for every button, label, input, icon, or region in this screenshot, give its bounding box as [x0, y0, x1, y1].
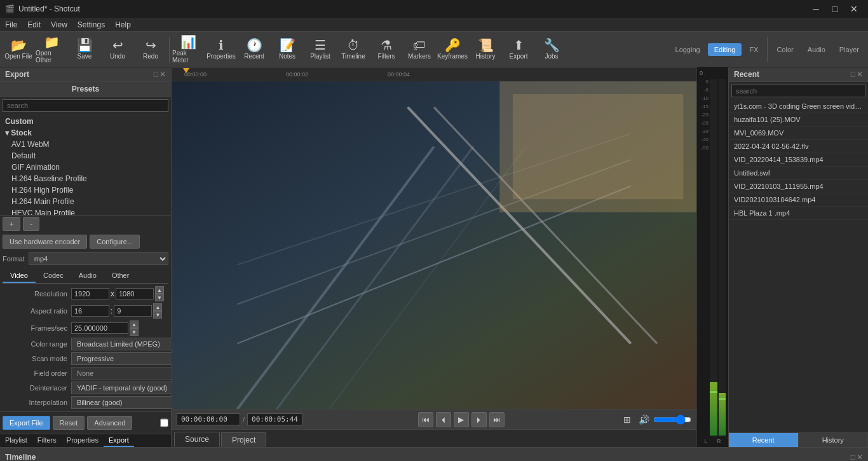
- tab-properties[interactable]: Properties: [62, 434, 104, 447]
- tab-filters[interactable]: Filters: [32, 434, 62, 447]
- history-tab[interactable]: History: [799, 433, 869, 447]
- redo-button[interactable]: ↪ Redo: [135, 34, 166, 65]
- resolution-down[interactable]: ▼: [155, 294, 164, 301]
- fps-value-input[interactable]: [71, 322, 128, 334]
- menu-file[interactable]: File: [0, 19, 22, 31]
- timeline-expand-button[interactable]: □: [851, 453, 855, 462]
- grid-button[interactable]: ⊞: [620, 413, 634, 427]
- jobs-button[interactable]: 🔧 Jobs: [536, 34, 567, 65]
- reset-button[interactable]: Reset: [53, 416, 85, 430]
- maximize-button[interactable]: □: [826, 2, 844, 16]
- tab-audio[interactable]: Audio: [71, 269, 104, 283]
- tree-item-h264high[interactable]: H.264 High Profile: [1, 184, 170, 196]
- color-mode-button[interactable]: Color: [770, 43, 799, 56]
- recent-button[interactable]: 🕐 Recent: [238, 34, 270, 65]
- export-expand-button[interactable]: □: [154, 70, 158, 79]
- skip-to-start-button[interactable]: ⏮: [418, 412, 433, 427]
- add-preset-button[interactable]: +: [3, 217, 20, 231]
- filters-button[interactable]: ⚗ Filters: [370, 34, 402, 65]
- open-other-button[interactable]: 📁 Open Other: [36, 34, 67, 65]
- use-hw-encoder-button[interactable]: Use hardware encoder: [3, 235, 87, 249]
- tree-item-custom[interactable]: Custom: [1, 116, 170, 127]
- export-button[interactable]: ⬆ Export: [503, 34, 534, 65]
- remove-preset-button[interactable]: -: [23, 217, 39, 231]
- resolution-width-input[interactable]: [71, 288, 109, 299]
- markers-button[interactable]: 🏷 Markers: [403, 34, 435, 65]
- timeline-button[interactable]: ⏱ Timeline: [337, 34, 369, 65]
- recent-item-7[interactable]: VID_20210103_111955.mp4: [729, 180, 868, 193]
- tab-codec[interactable]: Codec: [36, 269, 71, 283]
- notes-button[interactable]: 📝 Notes: [271, 34, 303, 65]
- menu-edit[interactable]: Edit: [22, 19, 46, 31]
- recent-search-input[interactable]: [731, 85, 865, 97]
- step-forward-button[interactable]: ⏵: [471, 412, 487, 427]
- recent-item-1[interactable]: yt1s.com - 3D coding Green screen video_…: [729, 100, 868, 113]
- recent-expand-button[interactable]: □: [851, 70, 855, 79]
- recent-item-5[interactable]: VID_20220414_153839.mp4: [729, 153, 868, 167]
- aspect-spinners[interactable]: ▲ ▼: [153, 303, 162, 319]
- aspect-height-input[interactable]: [114, 305, 152, 317]
- recent-item-4[interactable]: 2022-04-24 02-56-42.flv: [729, 140, 868, 153]
- open-file-button[interactable]: 📂 Open File: [3, 34, 34, 65]
- export-checkbox[interactable]: [160, 416, 168, 430]
- source-tab[interactable]: Source: [174, 432, 220, 447]
- color-range-select[interactable]: Broadcast Limited (MPEG): [71, 338, 181, 350]
- recent-close-button[interactable]: ✕: [857, 70, 863, 79]
- step-back-button[interactable]: ⏴: [436, 412, 451, 427]
- aspect-down[interactable]: ▼: [153, 311, 162, 319]
- export-close-button[interactable]: ✕: [159, 70, 166, 79]
- deinterlacer-select[interactable]: YADIF - temporal only (good): [71, 382, 181, 394]
- menu-help[interactable]: Help: [110, 19, 136, 31]
- tree-item-h264main[interactable]: H.264 Main Profile: [1, 196, 170, 207]
- resolution-height-input[interactable]: [116, 288, 154, 299]
- audio-mode-button[interactable]: Audio: [801, 43, 832, 56]
- fps-up[interactable]: ▲: [130, 320, 139, 328]
- recent-item-3[interactable]: MVI_0069.MOV: [729, 127, 868, 140]
- menu-settings[interactable]: Settings: [72, 19, 110, 31]
- editing-mode-button[interactable]: Editing: [708, 43, 742, 56]
- fps-down[interactable]: ▼: [130, 328, 139, 336]
- project-tab[interactable]: Project: [221, 432, 266, 447]
- tree-item-stock[interactable]: ▾ Stock: [1, 127, 170, 139]
- menu-view[interactable]: View: [46, 19, 72, 31]
- resolution-up[interactable]: ▲: [155, 286, 164, 294]
- titlebar-controls[interactable]: ─ □ ✕: [807, 2, 863, 16]
- skip-to-end-button[interactable]: ⏭: [489, 412, 505, 427]
- export-file-button[interactable]: Export File: [3, 416, 50, 430]
- fps-spinners[interactable]: ▲ ▼: [130, 320, 139, 336]
- recent-item-8[interactable]: VID20210103104642.mp4: [729, 193, 868, 207]
- interpolation-select[interactable]: Bilinear (good): [71, 396, 181, 409]
- history-button[interactable]: 📜 History: [470, 34, 501, 65]
- recent-tab[interactable]: Recent: [729, 433, 799, 447]
- aspect-width-input[interactable]: [71, 305, 109, 317]
- logging-mode-button[interactable]: Logging: [669, 43, 707, 56]
- recent-item-2[interactable]: huzaifa101 (25).MOV: [729, 113, 868, 127]
- playlist-button[interactable]: ☰ Playlist: [304, 34, 336, 65]
- tree-item-av1webm[interactable]: AV1 WebM: [1, 139, 170, 150]
- current-timecode[interactable]: [177, 413, 240, 425]
- volume-slider[interactable]: [653, 415, 691, 425]
- tab-other[interactable]: Other: [104, 269, 137, 283]
- field-order-select[interactable]: None: [71, 367, 181, 380]
- fx-mode-button[interactable]: FX: [743, 43, 764, 56]
- undo-button[interactable]: ↩ Undo: [102, 34, 133, 65]
- tree-item-h264baseline[interactable]: H.264 Baseline Profile: [1, 173, 170, 184]
- tab-playlist[interactable]: Playlist: [0, 434, 32, 447]
- tree-item-default[interactable]: Default: [1, 150, 170, 162]
- tree-item-hevc[interactable]: HEVC Main Profile: [1, 207, 170, 215]
- recent-item-6[interactable]: Untitled.swf: [729, 167, 868, 180]
- properties-button[interactable]: ℹ Properties: [205, 34, 237, 65]
- resolution-spinners[interactable]: ▲ ▼: [155, 286, 164, 301]
- format-select[interactable]: mp4: [29, 252, 168, 265]
- timeline-close-button[interactable]: ✕: [857, 453, 863, 462]
- volume-button[interactable]: 🔊: [637, 413, 651, 427]
- recent-item-9[interactable]: HBL Plaza 1 .mp4: [729, 207, 868, 220]
- scan-mode-select[interactable]: Progressive: [71, 352, 181, 365]
- advanced-button[interactable]: Advanced: [87, 416, 132, 430]
- presets-search-input[interactable]: [3, 99, 168, 112]
- player-mode-button[interactable]: Player: [833, 43, 865, 56]
- save-button[interactable]: 💾 Save: [69, 34, 100, 65]
- configure-button[interactable]: Configure...: [90, 235, 140, 249]
- play-button[interactable]: ▶: [454, 412, 469, 427]
- tab-video[interactable]: Video: [3, 269, 36, 283]
